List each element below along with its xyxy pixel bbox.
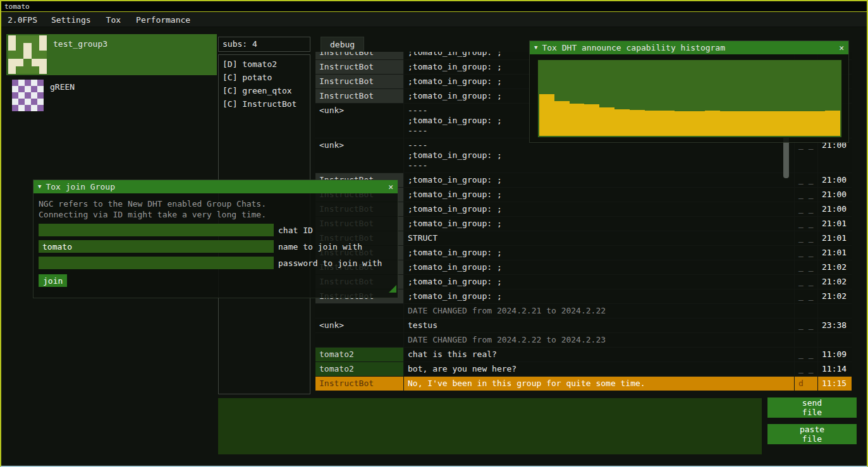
member-list-item[interactable]: [C] potato [219,71,310,84]
join-group-title: Tox join Group [46,182,115,191]
window-titlebar[interactable]: tomato [1,1,867,12]
chat-timestamp: 21:02 [818,289,852,303]
histogram-bar [810,111,825,136]
group-item-test-group3[interactable]: test_group3 [6,34,217,75]
chat-message: bot, are you new here? [404,362,795,376]
group-label: test_group3 [47,35,107,49]
chat-author: tomato2 [315,362,404,376]
histogram-bar [584,104,599,136]
chat-delivery-status: _ _ [795,260,818,274]
histogram-bar [599,107,614,136]
chat-message: ;tomato_in_group: ; [404,217,795,231]
histogram-bar [659,111,675,136]
menu-item[interactable]: Performance [128,15,198,25]
join-field-label: name to join with [278,242,362,252]
chat-message: ;tomato_in_group: ; [404,188,795,202]
group-sidebar: test_group3 gREEN [6,34,217,114]
join-field-row: name to join with [39,240,393,253]
collapse-icon[interactable]: ▼ [534,41,537,54]
group-item-green[interactable]: gREEN [6,77,217,112]
chat-timestamp: 21:01 [818,217,852,231]
join-field-input[interactable] [39,257,274,269]
group-label: gREEN [44,78,75,92]
chat-delivery-status: _ _ [795,362,818,376]
menu-items: Settings Tox Performance [44,15,198,25]
chat-row[interactable]: <unk> ---- ;tomato_in_group: ; ---- _ _ … [315,138,852,173]
chat-author [315,333,404,347]
histogram-plot [537,59,842,138]
chat-timestamp [818,333,852,347]
chat-row[interactable]: tomato2 chat is this real? _ _ 11:09 [315,348,852,362]
resize-grip[interactable] [389,285,396,293]
histogram-bar [795,111,810,136]
chat-message: ;tomato_in_group: ; [404,275,795,289]
chat-timestamp: 11:14 [818,362,852,376]
tab-debug[interactable]: debug [321,37,364,52]
collapse-icon[interactable]: ▼ [38,180,41,193]
join-group-body: NGC refers to the New DHT enabled Group … [34,193,398,294]
join-button[interactable]: join [39,274,67,287]
group-avatar [8,78,44,111]
chat-timestamp: 21:01 [818,231,852,245]
chat-timestamp: 11:15 [818,377,852,391]
chat-timestamp: 21:00 [818,173,852,187]
chat-message: ---- ;tomato_in_group: ; ---- [404,138,795,173]
join-group-titlebar[interactable]: ▼ Tox join Group ✕ [34,180,398,193]
chat-message: ;tomato_in_group: ; [404,202,795,216]
join-group-window: ▼ Tox join Group ✕ NGC refers to the New… [33,179,398,298]
chat-delivery-status: _ _ [795,275,818,289]
paste-file-button[interactable]: paste file [767,424,857,444]
send-file-button[interactable]: send file [767,397,857,418]
chat-row[interactable]: DATE CHANGED from 2024.2.21 to 2024.2.22 [315,304,852,318]
chat-author: <unk> [315,138,404,173]
chat-delivery-status: _ _ [795,202,818,216]
histogram-bar [614,109,630,136]
chat-author: <unk> [315,318,404,332]
close-icon[interactable]: ✕ [388,182,393,191]
chat-row[interactable]: <unk> testus _ _ 23:38 [315,318,852,333]
chat-message: STRUCT [404,231,795,245]
member-list-item[interactable]: [D] tomato2 [219,58,310,71]
chat-row[interactable]: DATE CHANGED from 2024.2.22 to 2024.2.23 [315,333,852,348]
dht-histogram-titlebar[interactable]: ▼ Tox DHT announce capability histogram … [530,41,848,54]
chat-delivery-status [795,333,818,347]
subs-count-header: subs: 4 [218,37,310,52]
histogram-bar [825,111,840,136]
join-field-input[interactable] [39,224,274,236]
join-field-label: chat ID [278,226,313,235]
histogram-bar [630,110,645,136]
histogram-bar [645,111,660,136]
menu-item[interactable]: Tox [99,15,128,25]
chat-message: chat is this real? [404,348,795,361]
message-input[interactable] [218,398,762,454]
chat-message: DATE CHANGED from 2024.2.21 to 2024.2.22 [404,304,795,318]
chat-author: InstructBot [315,377,404,391]
member-list-item[interactable]: [C] InstructBot [219,97,310,111]
menu-bar: 2.0FPS Settings Tox Performance [1,13,867,27]
chat-message: DATE CHANGED from 2024.2.22 to 2024.2.23 [404,333,795,347]
join-field-input[interactable] [39,240,274,253]
histogram-bar [735,111,750,136]
histogram-bar [675,111,690,136]
chat-timestamp: 21:00 [818,188,852,202]
histogram-bar [765,111,780,136]
menu-item[interactable]: Settings [44,15,99,25]
dht-histogram-window: ▼ Tox DHT announce capability histogram … [529,40,849,143]
chat-delivery-status: _ _ [795,138,818,173]
histogram-bar [690,111,705,136]
join-info-text: NGC refers to the New DHT enabled Group … [39,198,393,209]
app-window: tomato 2.0FPS Settings Tox Performance [0,0,868,467]
member-list-item[interactable]: [C] green_qtox [219,84,310,97]
chat-delivery-status: _ _ [795,231,818,245]
chat-row[interactable]: InstructBot No, I've been in this group … [315,377,852,391]
chat-message: ;tomato_in_group: ; [404,260,795,274]
close-icon[interactable]: ✕ [839,43,844,52]
chat-timestamp: 21:00 [818,202,852,216]
chat-message: ;tomato_in_group: ; [404,289,795,303]
fps-counter: 2.0FPS [6,15,44,25]
chat-timestamp [818,304,852,318]
chat-row[interactable]: tomato2 bot, are you new here? _ _ 11:14 [315,362,852,377]
chat-timestamp: 21:02 [818,260,852,274]
histogram-bar [554,101,570,136]
histogram-bar [570,104,585,136]
